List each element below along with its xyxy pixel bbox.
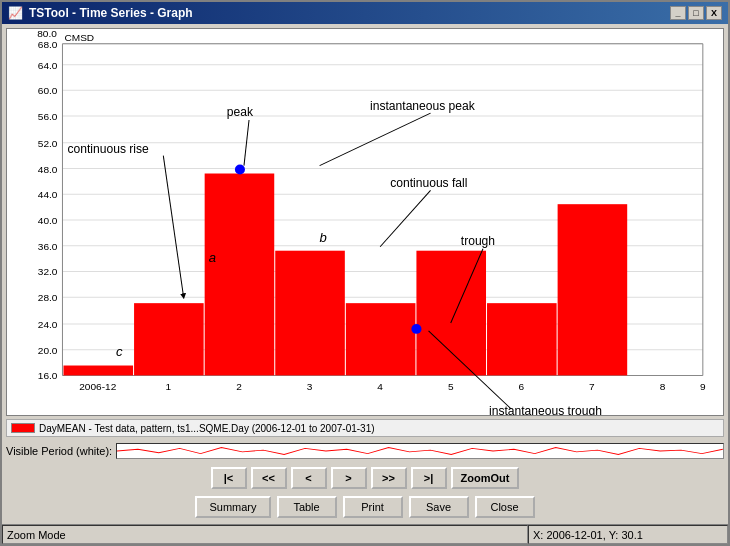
annotation-continuous-rise: continuous rise bbox=[68, 142, 150, 156]
main-window: 📈 TSTool - Time Series - Graph _ □ X bbox=[0, 0, 730, 546]
svg-text:20.0: 20.0 bbox=[38, 345, 58, 356]
bar-2 bbox=[134, 303, 204, 375]
bar-6 bbox=[416, 251, 486, 376]
annotation-trough: trough bbox=[461, 234, 495, 248]
trough-dot bbox=[411, 324, 421, 334]
first-button[interactable]: |< bbox=[211, 467, 247, 489]
action-buttons: Summary Table Print Save Close bbox=[6, 494, 724, 520]
svg-text:68.0: 68.0 bbox=[38, 39, 58, 50]
title-buttons: _ □ X bbox=[670, 6, 722, 20]
svg-text:3: 3 bbox=[307, 381, 313, 392]
minimap[interactable] bbox=[116, 443, 724, 459]
bar-8 bbox=[558, 204, 628, 375]
svg-text:9: 9 bbox=[700, 381, 706, 392]
title-bar: 📈 TSTool - Time Series - Graph _ □ X bbox=[2, 2, 728, 24]
svg-text:32.0: 32.0 bbox=[38, 267, 58, 278]
label-c: c bbox=[116, 344, 123, 359]
svg-text:80.0: 80.0 bbox=[37, 29, 57, 39]
svg-text:CMSD: CMSD bbox=[64, 32, 94, 43]
legend-bar: DayMEAN - Test data, pattern, ts1...SQME… bbox=[6, 419, 724, 437]
close-window-button[interactable]: X bbox=[706, 6, 722, 20]
annotation-instantaneous-trough: instantaneous trough bbox=[489, 404, 602, 415]
svg-text:36.0: 36.0 bbox=[38, 241, 58, 252]
visible-period-bar: Visible Period (white): bbox=[6, 440, 724, 462]
maximize-button[interactable]: □ bbox=[688, 6, 704, 20]
legend-text: DayMEAN - Test data, pattern, ts1...SQME… bbox=[39, 423, 375, 434]
save-button[interactable]: Save bbox=[409, 496, 469, 518]
annotation-peak: peak bbox=[227, 105, 253, 119]
svg-text:7: 7 bbox=[589, 381, 595, 392]
svg-text:1: 1 bbox=[166, 381, 172, 392]
bar-5 bbox=[346, 303, 416, 375]
bar-3 bbox=[205, 174, 275, 376]
svg-text:48.0: 48.0 bbox=[38, 164, 58, 175]
legend-color bbox=[11, 423, 35, 433]
minimize-button[interactable]: _ bbox=[670, 6, 686, 20]
summary-button[interactable]: Summary bbox=[195, 496, 270, 518]
content-area: 16.0 20.0 24.0 28.0 32.0 36.0 40.0 44.0 … bbox=[2, 24, 728, 524]
print-button[interactable]: Print bbox=[343, 496, 403, 518]
label-b: b bbox=[320, 230, 327, 245]
nav-buttons: |< << < > >> >| ZoomOut bbox=[6, 465, 724, 491]
title-bar-left: 📈 TSTool - Time Series - Graph bbox=[8, 6, 193, 20]
chart-svg: 16.0 20.0 24.0 28.0 32.0 36.0 40.0 44.0 … bbox=[7, 29, 723, 415]
svg-text:2: 2 bbox=[236, 381, 242, 392]
svg-text:56.0: 56.0 bbox=[38, 111, 58, 122]
svg-text:5: 5 bbox=[448, 381, 454, 392]
last-button[interactable]: >| bbox=[411, 467, 447, 489]
annotation-instantaneous-peak: instantaneous peak bbox=[370, 99, 475, 113]
svg-text:24.0: 24.0 bbox=[38, 319, 58, 330]
svg-text:8: 8 bbox=[660, 381, 666, 392]
bar-7 bbox=[487, 303, 557, 375]
zoom-out-button[interactable]: ZoomOut bbox=[451, 467, 520, 489]
svg-text:64.0: 64.0 bbox=[38, 60, 58, 71]
window-title: TSTool - Time Series - Graph bbox=[29, 6, 193, 20]
status-coords: X: 2006-12-01, Y: 30.1 bbox=[528, 525, 728, 544]
chart-area[interactable]: 16.0 20.0 24.0 28.0 32.0 36.0 40.0 44.0 … bbox=[6, 28, 724, 416]
next-page-button[interactable]: >> bbox=[371, 467, 407, 489]
status-mode: Zoom Mode bbox=[2, 525, 528, 544]
svg-text:40.0: 40.0 bbox=[38, 215, 58, 226]
close-button[interactable]: Close bbox=[475, 496, 535, 518]
bar-1 bbox=[63, 366, 133, 376]
app-icon: 📈 bbox=[8, 6, 23, 20]
svg-text:4: 4 bbox=[377, 381, 383, 392]
prev-page-button[interactable]: << bbox=[251, 467, 287, 489]
label-a: a bbox=[209, 250, 216, 265]
status-bar: Zoom Mode X: 2006-12-01, Y: 30.1 bbox=[2, 524, 728, 544]
svg-text:6: 6 bbox=[519, 381, 525, 392]
svg-text:16.0: 16.0 bbox=[38, 370, 58, 381]
svg-text:44.0: 44.0 bbox=[38, 189, 58, 200]
svg-text:52.0: 52.0 bbox=[38, 138, 58, 149]
svg-text:28.0: 28.0 bbox=[38, 292, 58, 303]
bar-4 bbox=[275, 251, 345, 376]
prev-button[interactable]: < bbox=[291, 467, 327, 489]
annotation-continuous-fall: continuous fall bbox=[390, 176, 467, 190]
next-button[interactable]: > bbox=[331, 467, 367, 489]
peak-dot bbox=[235, 165, 245, 175]
table-button[interactable]: Table bbox=[277, 496, 337, 518]
svg-text:60.0: 60.0 bbox=[38, 85, 58, 96]
svg-text:2006-12: 2006-12 bbox=[79, 381, 116, 392]
visible-period-label: Visible Period (white): bbox=[6, 445, 112, 457]
